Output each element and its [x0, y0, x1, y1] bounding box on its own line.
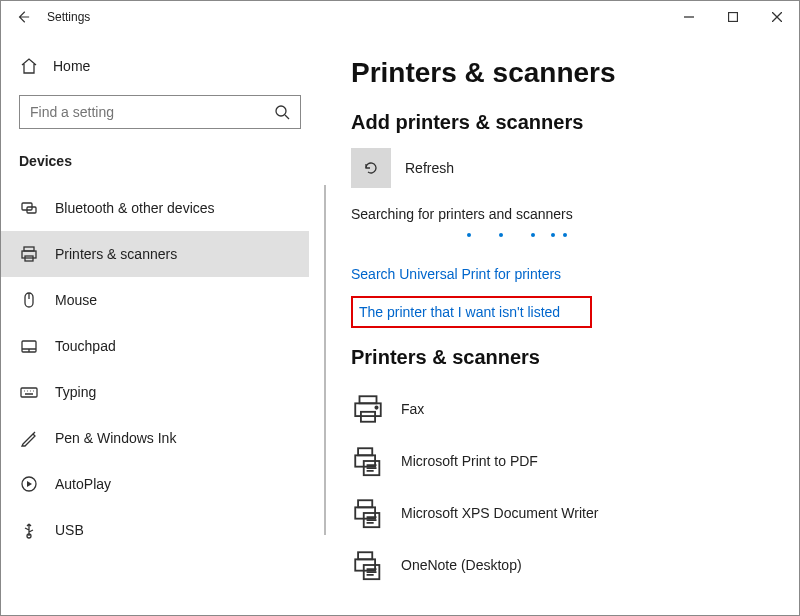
sidebar-item-typing[interactable]: Typing [19, 369, 327, 415]
maximize-icon [728, 12, 738, 22]
sidebar-item-printers[interactable]: Printers & scanners [1, 231, 309, 277]
usb-icon [19, 520, 39, 540]
sidebar-scrollbar[interactable] [324, 185, 326, 535]
sidebar-item-label: AutoPlay [55, 476, 111, 492]
minimize-button[interactable] [667, 1, 711, 33]
sidebar-item-label: Pen & Windows Ink [55, 430, 176, 446]
printer-item-label: Microsoft Print to PDF [401, 453, 538, 469]
printer-item-label: Fax [401, 401, 424, 417]
printer-item-fax[interactable]: Fax [351, 383, 799, 435]
printer-item-label: OneNote (Desktop) [401, 557, 522, 573]
svg-rect-9 [21, 388, 37, 397]
window-title: Settings [47, 10, 90, 24]
printer-doc-icon [351, 548, 385, 582]
sidebar-item-label: Printers & scanners [55, 246, 177, 262]
mouse-icon [19, 290, 39, 310]
sidebar-item-usb[interactable]: USB [19, 507, 327, 553]
page-heading: Printers & scanners [351, 57, 799, 89]
sidebar-home[interactable]: Home [19, 47, 327, 85]
main-content: Printers & scanners Add printers & scann… [327, 33, 799, 615]
window-controls [667, 1, 799, 33]
sidebar-item-bluetooth[interactable]: Bluetooth & other devices [19, 185, 327, 231]
settings-window: Settings Home Devices [0, 0, 800, 616]
sidebar-item-label: Bluetooth & other devices [55, 200, 215, 216]
sidebar-item-label: Typing [55, 384, 96, 400]
search-icon [274, 104, 290, 120]
printers-list-heading: Printers & scanners [351, 346, 799, 369]
printer-doc-icon [351, 496, 385, 530]
link-universal-print[interactable]: Search Universal Print for printers [351, 266, 799, 282]
fax-icon [351, 392, 385, 426]
svg-rect-13 [355, 403, 381, 416]
autoplay-icon [19, 474, 39, 494]
refresh-label: Refresh [405, 160, 454, 176]
search-input[interactable] [30, 104, 274, 120]
sidebar-scroll: Bluetooth & other devices Printers & sca… [19, 185, 327, 615]
svg-rect-22 [358, 552, 372, 559]
sidebar: Home Devices Bluetooth & other devices [1, 33, 327, 615]
progress-dots [351, 226, 799, 244]
window-body: Home Devices Bluetooth & other devices [1, 33, 799, 615]
home-icon [19, 56, 39, 76]
svg-rect-16 [358, 448, 372, 455]
back-button[interactable] [7, 1, 39, 33]
keyboard-icon [19, 382, 39, 402]
add-section-heading: Add printers & scanners [351, 111, 799, 134]
back-arrow-icon [16, 10, 30, 24]
sidebar-item-mouse[interactable]: Mouse [19, 277, 327, 323]
close-icon [772, 12, 782, 22]
sidebar-item-pen[interactable]: Pen & Windows Ink [19, 415, 327, 461]
svg-rect-5 [22, 251, 36, 258]
printer-item-print-to-pdf[interactable]: Microsoft Print to PDF [351, 435, 799, 487]
sidebar-home-label: Home [53, 58, 90, 74]
svg-rect-12 [360, 396, 377, 403]
maximize-button[interactable] [711, 1, 755, 33]
searching-status: Searching for printers and scanners [351, 206, 799, 222]
close-button[interactable] [755, 1, 799, 33]
svg-point-1 [276, 106, 286, 116]
search-input-box[interactable] [19, 95, 301, 129]
link-printer-not-listed[interactable]: The printer that I want isn't listed [359, 304, 560, 320]
printer-icon [19, 244, 39, 264]
printers-list-section: Printers & scanners Fax Microsoft Print … [351, 346, 799, 591]
touchpad-icon [19, 336, 39, 356]
refresh-row[interactable]: Refresh [351, 148, 799, 188]
svg-point-15 [375, 406, 377, 408]
sidebar-section-label: Devices [19, 153, 327, 169]
minimize-icon [684, 12, 694, 22]
sidebar-item-label: Touchpad [55, 338, 116, 354]
sidebar-item-touchpad[interactable]: Touchpad [19, 323, 327, 369]
pen-icon [19, 428, 39, 448]
titlebar: Settings [1, 1, 799, 33]
sidebar-item-label: Mouse [55, 292, 97, 308]
printer-item-label: Microsoft XPS Document Writer [401, 505, 598, 521]
printer-item-onenote[interactable]: OneNote (Desktop) [351, 539, 799, 591]
printer-doc-icon [351, 444, 385, 478]
svg-rect-19 [358, 500, 372, 507]
highlight-box: The printer that I want isn't listed [351, 296, 592, 328]
printer-item-xps[interactable]: Microsoft XPS Document Writer [351, 487, 799, 539]
refresh-icon-box [351, 148, 391, 188]
bluetooth-icon [19, 198, 39, 218]
sidebar-item-autoplay[interactable]: AutoPlay [19, 461, 327, 507]
svg-rect-0 [729, 13, 738, 22]
refresh-icon [361, 158, 381, 178]
sidebar-item-label: USB [55, 522, 84, 538]
